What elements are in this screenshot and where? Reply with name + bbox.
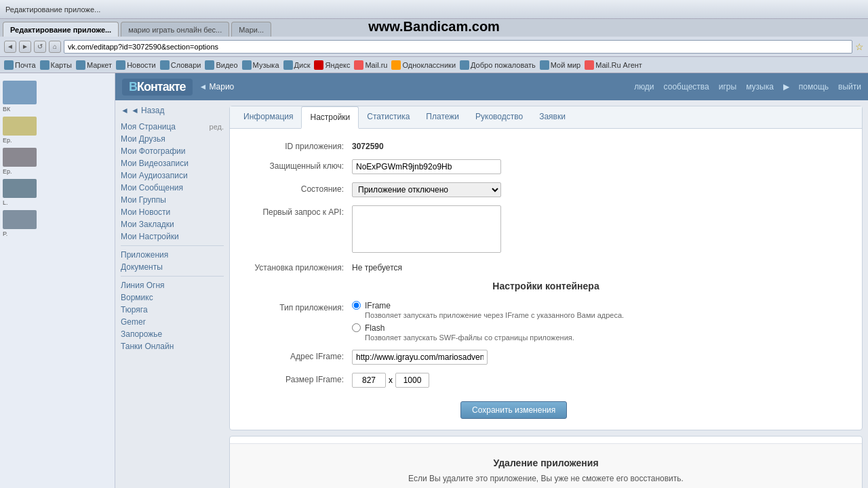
menu-moi-druzya[interactable]: Мои Друзья — [121, 133, 224, 145]
form-row-iframe-addr: Адрес IFrame: — [243, 350, 848, 365]
size-separator: x — [389, 375, 393, 385]
bookmark-ok[interactable]: Одноклассники — [391, 60, 456, 70]
tab-statistika[interactable]: Статистика — [359, 106, 418, 129]
bookmark-star[interactable]: ☆ — [855, 41, 864, 52]
bookmark-slovari-label: Словари — [171, 61, 201, 69]
menu-nastrojki[interactable]: Мои Настройки — [121, 230, 224, 243]
nav-igry[interactable]: игры — [719, 82, 736, 92]
agent-icon — [585, 60, 594, 70]
vk-username[interactable]: Марио — [209, 82, 234, 92]
menu-novosti[interactable]: Мои Новости — [121, 206, 224, 218]
refresh-button[interactable]: ↺ — [34, 41, 46, 53]
thumb-label-5: P. — [3, 230, 112, 237]
tab-2[interactable]: марио играть онлайн бес... — [121, 22, 229, 37]
radio-flash-input[interactable] — [352, 323, 361, 332]
nav-vyjti[interactable]: выйти — [838, 82, 861, 92]
api-request-textarea[interactable] — [352, 205, 501, 253]
secret-key-input[interactable] — [352, 159, 501, 174]
browser-content: ВК Ep. Ep. L. P. ВКонтакте ◄ Марио — [0, 73, 868, 488]
form-row-status: Состояние: Приложение отключено Приложен… — [243, 182, 848, 197]
tab-bar: Редактирование приложе... марио играть о… — [0, 19, 868, 37]
bookmark-market[interactable]: Маркет — [76, 60, 112, 70]
radio-iframe-input[interactable] — [352, 301, 361, 310]
disk-icon — [283, 60, 293, 70]
bookmark-pochta[interactable]: Почта — [4, 60, 36, 70]
vk-page: ВКонтакте ◄ Марио люди сообщества игры м… — [115, 73, 868, 488]
tab-3[interactable]: Мари... — [231, 22, 271, 37]
menu-gruppy[interactable]: Мои Группы — [121, 194, 224, 206]
mailru-icon — [354, 60, 363, 70]
back-button[interactable]: ◄ — [4, 41, 16, 53]
iframe-width-input[interactable] — [352, 373, 386, 388]
bookmark-karty[interactable]: Карты — [40, 60, 72, 70]
install-value: Не требуется — [352, 261, 402, 272]
menu-tanki[interactable]: Танки Онлайн — [121, 340, 224, 352]
menu-prilozeniya[interactable]: Приложения — [121, 249, 224, 261]
thumb-label-2: Ep. — [3, 137, 112, 144]
home-button[interactable]: ⌂ — [49, 41, 61, 53]
menu-tyuryaga[interactable]: Тюряга — [121, 304, 224, 316]
menu-soobscheniya[interactable]: Мои Сообщения — [121, 182, 224, 194]
browser-window: Редактирование приложе... Редактирование… — [0, 0, 868, 488]
back-arrow-icon: ◄ — [121, 106, 129, 115]
menu-zaporozhe[interactable]: Запорожье — [121, 328, 224, 340]
forward-button[interactable]: ► — [19, 41, 31, 53]
radio-flash: Flash Позволяет запускать SWF-файлы со с… — [352, 323, 624, 342]
bookmark-novosti[interactable]: Новости — [116, 60, 156, 70]
menu-foto[interactable]: Мои Фотографии — [121, 145, 224, 157]
nav-pomosch[interactable]: помощь — [799, 82, 829, 92]
thumb-label-4: L. — [3, 199, 112, 206]
delete-title: Удаление приложения — [243, 458, 848, 468]
radio-iframe: IFrame Позволяет запускать приложение че… — [352, 301, 624, 319]
radio-flash-desc: Позволяет запускать SWF-файлы со страниц… — [365, 333, 574, 342]
nav-more-arrow[interactable]: ▶ — [783, 82, 789, 92]
tab-platezhi[interactable]: Платежи — [418, 106, 467, 129]
thumb-2 — [3, 117, 37, 136]
menu-moya-stranica[interactable]: Моя Страница — [121, 121, 176, 133]
arrow-left-icon: ◄ — [199, 82, 208, 92]
status-select[interactable]: Приложение отключено Приложение включено — [352, 182, 501, 197]
bookmark-moimir[interactable]: Мой мир — [540, 60, 580, 70]
vk-header: ВКонтакте ◄ Марио люди сообщества игры м… — [115, 73, 868, 100]
menu-video[interactable]: Мои Видеозаписи — [121, 157, 224, 169]
back-link[interactable]: ◄ ◄ Назад — [121, 106, 224, 115]
tab-rukovodstvo[interactable]: Руководство — [467, 106, 531, 129]
menu-edit-label[interactable]: ред. — [210, 123, 224, 131]
bookmark-dobro[interactable]: Добро пожаловать — [460, 60, 536, 70]
iframe-addr-label: Адрес IFrame: — [243, 350, 352, 361]
thumb-label-3: Ep. — [3, 168, 112, 175]
menu-dokumenty[interactable]: Документы — [121, 261, 224, 273]
menu-gemer[interactable]: Gemer — [121, 316, 224, 328]
save-button[interactable]: Сохранить изменения — [460, 401, 567, 419]
radio-iframe-label[interactable]: IFrame — [365, 301, 391, 310]
bookmark-disk[interactable]: Диск — [283, 60, 311, 70]
menu-vormiks[interactable]: Вормикс — [121, 291, 224, 304]
menu-audio[interactable]: Мои Аудиозаписи — [121, 169, 224, 182]
address-input[interactable] — [64, 40, 852, 54]
radio-flash-label[interactable]: Flash — [365, 323, 384, 333]
container-title: Настройки контейнера — [243, 281, 848, 291]
app-id-value: 3072590 — [352, 140, 384, 151]
bookmark-slovari[interactable]: Словари — [160, 60, 201, 70]
bandicam-overlay: www.Bandicam.com — [368, 19, 500, 35]
title-text: Редактирование приложе... — [5, 5, 100, 14]
nav-soobschestva[interactable]: сообщества — [664, 82, 709, 92]
bookmark-agent[interactable]: Mail.Ru Агент — [585, 60, 642, 70]
nav-lyudi[interactable]: люди — [634, 82, 654, 92]
iframe-height-input[interactable] — [395, 373, 429, 388]
bookmark-video[interactable]: Видео — [205, 60, 237, 70]
iframe-addr-input[interactable] — [352, 350, 488, 365]
nav-muzyka[interactable]: музыка — [746, 82, 774, 92]
tab-nastrojki[interactable]: Настройки — [301, 106, 359, 129]
vk-nav: люди сообщества игры музыка ▶ помощь вый… — [634, 82, 861, 92]
bookmark-muzyka[interactable]: Музыка — [242, 60, 279, 70]
tab-info[interactable]: Информация — [235, 106, 301, 129]
bookmark-mailru[interactable]: Mail.ru — [354, 60, 387, 70]
market-icon — [76, 60, 85, 70]
menu-liniya-ognya[interactable]: Линия Огня — [121, 279, 224, 291]
tab-zayavki[interactable]: Заявки — [531, 106, 574, 129]
browser-left-sidebar: ВК Ep. Ep. L. P. — [0, 73, 115, 488]
bookmark-yandex[interactable]: Яндекс — [314, 60, 350, 70]
menu-zakladki[interactable]: Мои Закладки — [121, 218, 224, 230]
tab-active[interactable]: Редактирование приложе... — [3, 22, 119, 37]
